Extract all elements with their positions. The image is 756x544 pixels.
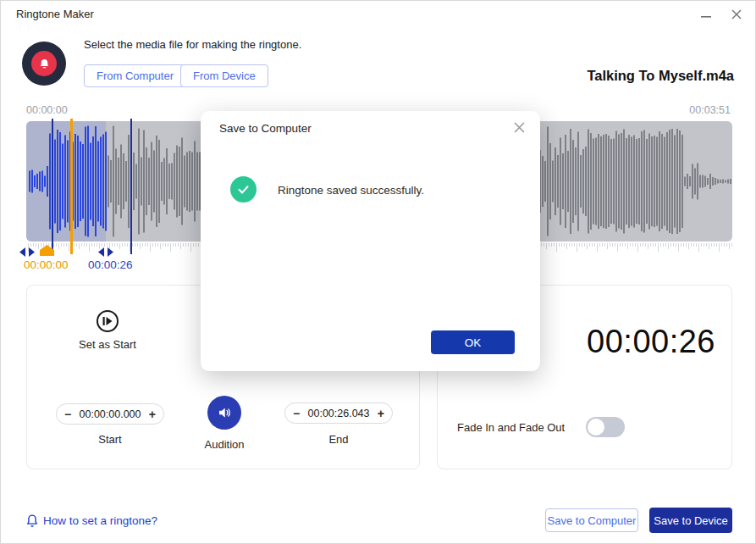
toggle-knob bbox=[588, 419, 604, 436]
start-label: Start bbox=[56, 433, 164, 446]
ringtone-maker-window: Ringtone Maker Select the media file for… bbox=[0, 0, 756, 544]
close-button[interactable] bbox=[725, 4, 748, 25]
app-logo bbox=[22, 42, 66, 86]
dialog-title: Save to Computer bbox=[219, 122, 312, 135]
audition-label: Audition bbox=[195, 438, 254, 451]
start-time-value[interactable]: 00:00:00.000 bbox=[80, 408, 141, 420]
dialog-message: Ringtone saved successfully. bbox=[278, 184, 424, 197]
playhead-marker[interactable] bbox=[70, 119, 73, 254]
selection-start-marker[interactable] bbox=[52, 119, 53, 254]
bell-badge bbox=[31, 51, 57, 76]
how-to-set-ringtone-link[interactable]: How to set a ringtone? bbox=[26, 513, 157, 527]
fade-toggle[interactable] bbox=[586, 417, 625, 437]
start-minus-button[interactable]: − bbox=[64, 408, 71, 420]
playhead-flag-icon bbox=[40, 245, 54, 256]
close-icon bbox=[514, 122, 525, 133]
set-as-start-button[interactable] bbox=[97, 310, 119, 332]
end-time-stepper: − 00:00:26.043 + bbox=[284, 402, 393, 424]
window-title: Ringtone Maker bbox=[16, 8, 94, 20]
help-link-label: How to set a ringtone? bbox=[43, 514, 157, 527]
save-to-computer-button[interactable]: Save to Computer bbox=[545, 508, 638, 532]
minimize-icon bbox=[701, 9, 711, 19]
double-arrow-icon bbox=[98, 247, 113, 257]
help-bell-icon bbox=[26, 513, 38, 527]
from-computer-button[interactable]: From Computer bbox=[84, 64, 186, 87]
speaker-icon bbox=[217, 405, 232, 420]
save-result-dialog: Save to Computer Ringtone saved successf… bbox=[201, 111, 540, 371]
playhead-handle[interactable] bbox=[40, 244, 54, 259]
ok-button[interactable]: OK bbox=[431, 330, 515, 354]
dialog-close-button[interactable] bbox=[508, 116, 530, 138]
ringtone-duration: 00:00:26 bbox=[587, 324, 715, 360]
selection-start-time: 00:00:00 bbox=[24, 258, 69, 271]
end-handle[interactable] bbox=[98, 245, 113, 260]
from-device-button[interactable]: From Device bbox=[180, 64, 268, 87]
audition-button[interactable] bbox=[207, 396, 241, 430]
track-start-time: 00:00:00 bbox=[26, 104, 68, 116]
fade-label: Fade In and Fade Out bbox=[457, 421, 565, 434]
play-from-icon bbox=[102, 315, 113, 327]
checkmark-icon bbox=[236, 182, 251, 197]
end-label: End bbox=[284, 433, 393, 446]
start-handle[interactable] bbox=[19, 245, 35, 260]
track-end-time: 00:03:51 bbox=[689, 104, 731, 116]
bell-icon bbox=[38, 58, 51, 70]
close-icon bbox=[731, 9, 742, 19]
minimize-button[interactable] bbox=[694, 4, 718, 25]
select-media-prompt: Select the media file for making the rin… bbox=[84, 38, 301, 51]
selection-end-time: 00:00:26 bbox=[88, 258, 133, 271]
save-to-device-button[interactable]: Save to Device bbox=[649, 508, 732, 533]
success-check-icon bbox=[230, 176, 257, 203]
start-time-stepper: − 00:00:00.000 + bbox=[56, 403, 164, 425]
set-as-start-label: Set as Start bbox=[48, 338, 167, 351]
end-minus-button[interactable]: − bbox=[293, 408, 300, 419]
end-plus-button[interactable]: + bbox=[378, 408, 384, 419]
start-plus-button[interactable]: + bbox=[149, 408, 156, 420]
loaded-file-name: Talking To Myself.m4a bbox=[587, 68, 734, 84]
selection-end-marker[interactable] bbox=[130, 119, 132, 254]
end-time-value[interactable]: 00:00:26.043 bbox=[308, 408, 370, 419]
double-arrow-icon bbox=[19, 247, 35, 257]
